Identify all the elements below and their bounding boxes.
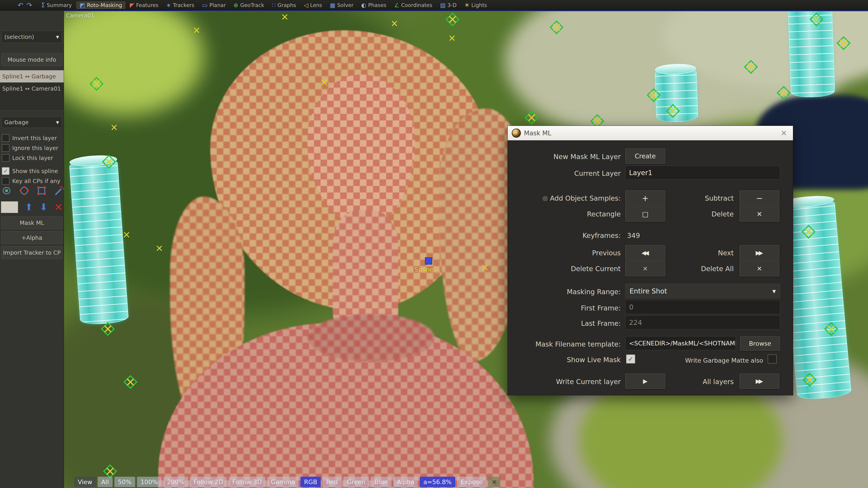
tracker-cross-marker[interactable]	[321, 79, 328, 86]
layer-color-swatch[interactable]	[1, 201, 18, 213]
viewbar-rgb[interactable]: RGB	[301, 477, 321, 487]
viewbar-blue[interactable]: Blue	[371, 477, 392, 487]
rectangle-spline-tool-icon[interactable]	[36, 185, 47, 197]
import-tracker-to-cp-button[interactable]: Import Tracker to CP	[1, 246, 62, 259]
move-up-button[interactable]: ⬆	[25, 201, 33, 213]
viewbar-all[interactable]: All	[98, 477, 112, 487]
delete-current-keyframe-button[interactable]: ✕	[625, 261, 665, 276]
subtract-button[interactable]: −	[739, 191, 779, 206]
viewbar-green[interactable]: Green	[343, 477, 369, 487]
viewbar-100-[interactable]: 100%	[137, 477, 162, 487]
tracker-cross-marker[interactable]	[281, 13, 288, 20]
spline-control-point[interactable]	[425, 257, 432, 265]
viewbar-50-[interactable]: 50%	[114, 477, 135, 487]
layer-dropdown[interactable]: Garbage ▾	[1, 117, 62, 128]
undo-icon[interactable]: ↶	[18, 1, 23, 10]
rectangle-label: Rectangle	[587, 210, 621, 218]
toolbar-item-roto-masking[interactable]: ◩Roto-Masking	[76, 2, 125, 9]
viewbar-a-56-8-[interactable]: a=56.8%	[420, 477, 455, 487]
viewbar-view[interactable]: View	[74, 477, 96, 487]
next-keyframe-button[interactable]: ▶▶	[739, 245, 779, 260]
add-samples-button[interactable]: +	[625, 191, 665, 206]
delete-all-keyframes-button[interactable]: ✕	[739, 261, 779, 276]
first-frame-input[interactable]: 0	[625, 300, 780, 314]
mouse-mode-info-button[interactable]: Mouse mode info	[1, 53, 62, 66]
tracker-cross-marker[interactable]	[482, 264, 488, 271]
-alpha-button[interactable]: +Alpha	[1, 231, 62, 244]
move-down-button[interactable]: ⬇	[39, 201, 48, 213]
viewbar-alpha[interactable]: Alpha	[393, 477, 418, 487]
mask-ml-button[interactable]: Mask ML	[1, 217, 62, 229]
viewbar-follow-3d[interactable]: Follow 3D	[228, 477, 266, 487]
tracker-cross-marker[interactable]	[193, 27, 200, 34]
viewbar-follow-2d[interactable]: Follow 2D	[190, 477, 227, 487]
browse-button[interactable]: Browse	[740, 336, 780, 351]
next-label: Next	[718, 249, 734, 257]
delete-spline-button[interactable]: ✕	[54, 201, 63, 213]
write-current-layer-button[interactable]: ▶	[625, 373, 665, 389]
tracker-cross-marker[interactable]	[391, 20, 398, 27]
toolbar-item-label: Features	[136, 2, 158, 8]
toolbar-item-lights[interactable]: ☀Lights	[461, 2, 490, 9]
redo-icon[interactable]: ↷	[26, 1, 32, 10]
toolbar-item-label: Trackers	[173, 2, 194, 8]
viewbar-expose[interactable]: Expose	[457, 477, 486, 487]
toolbar-item-label: Roto-Masking	[87, 2, 122, 8]
magic-wand-tool-icon[interactable]	[53, 185, 65, 197]
template-label: Mask Filename template:	[535, 340, 621, 348]
write-all-layers-button[interactable]: ▶▶	[739, 373, 779, 389]
template-value: <SCENEDIR>/MaskML/<SHOTNAME>_<M	[629, 340, 736, 347]
toolbar-item-features[interactable]: ◤Features	[127, 2, 162, 9]
object-samples-icon: ◎	[542, 195, 548, 201]
roto-person-icon: ◩	[80, 2, 85, 8]
spline-list-item[interactable]: Spline1 ↔ Garbage	[0, 70, 64, 83]
spline-list-item[interactable]: Spline1 ↔ Camera01	[0, 83, 64, 95]
capsule-spline-tool-icon[interactable]	[1, 185, 12, 197]
toolbar-item-geotrack[interactable]: ⊕GeoTrack	[230, 2, 268, 9]
skip-forward-icon: ▶▶	[756, 250, 763, 256]
selection-dropdown[interactable]: (selection) ▾	[1, 31, 62, 43]
toolbar-item-lens[interactable]: ◁Lens	[301, 2, 325, 9]
viewbar-gamma[interactable]: Gamma	[267, 477, 299, 487]
toolbar-item-summary[interactable]: ΣSummary	[38, 2, 75, 9]
toolbar-item-trackers[interactable]: ∗Trackers	[163, 2, 197, 9]
viewbar-red[interactable]: Red	[322, 477, 341, 487]
checkbox-ignore-this-layer[interactable]: Ignore this layer	[2, 143, 58, 153]
checkbox-show-this-spline[interactable]: ✓Show this spline	[2, 166, 58, 175]
button-label: Import Tracker to CP	[3, 250, 61, 256]
close-icon[interactable]: ✕	[779, 129, 789, 138]
toolbar-item-solver[interactable]: ▦Solver	[327, 2, 357, 9]
tracker-cross-marker[interactable]	[123, 231, 130, 238]
viewbar-200-[interactable]: 200%	[163, 477, 188, 487]
current-layer-input[interactable]: Layer1	[625, 166, 780, 180]
toolbar-item-3-d[interactable]: ▧3-D	[437, 2, 460, 9]
roto-left-panel: (selection) ▾ Mouse mode info Spline1 ↔ …	[0, 10, 64, 488]
toolbar-item-planar[interactable]: ▭Planar	[199, 2, 229, 9]
show-live-mask-label: Show Live Mask	[567, 356, 621, 364]
ellipse-spline-tool-icon[interactable]	[18, 185, 30, 197]
create-layer-button[interactable]: Create	[625, 149, 665, 164]
tracker-cross-marker[interactable]	[449, 35, 456, 41]
checkbox-label: Ignore this layer	[12, 145, 58, 151]
rectangle-sample-button[interactable]: □	[625, 206, 665, 222]
checkbox-key-all-cps-if-any[interactable]: Key all CPs if any	[2, 176, 60, 186]
tracker-cross-marker[interactable]	[156, 245, 163, 252]
toolbar-item-graphs[interactable]: ∷Graphs	[269, 2, 299, 9]
last-frame-input[interactable]: 224	[625, 315, 780, 329]
write-garbage-checkbox[interactable]	[768, 355, 777, 363]
mask-filename-template-input[interactable]: <SCENEDIR>/MaskML/<SHOTNAME>_<M	[625, 336, 736, 350]
previous-label: Previous	[592, 249, 621, 257]
previous-keyframe-button[interactable]: ◀◀	[625, 245, 665, 260]
tracker-cross-marker[interactable]	[111, 124, 118, 131]
camera-name-label: Camera01	[66, 13, 94, 19]
toolbar-item-coordinates[interactable]: ∠Coordinates	[391, 2, 435, 9]
dialog-titlebar[interactable]: Mask ML ✕	[508, 126, 793, 140]
top-toolbar: ↶ ↷ ΣSummary◩Roto-Masking◤Features∗Track…	[0, 0, 868, 11]
show-live-mask-checkbox[interactable]: ✓	[626, 355, 635, 363]
checkbox-invert-this-layer[interactable]: Invert this layer	[2, 133, 57, 142]
toolbar-item-phases[interactable]: ◐Phases	[358, 2, 390, 9]
masking-range-select[interactable]: Entire Shot ▾	[625, 284, 780, 298]
delete-sample-button[interactable]: ✕	[739, 206, 779, 222]
checkbox-lock-this-layer[interactable]: Lock this layer	[2, 153, 53, 162]
viewbar--[interactable]: ✕	[488, 477, 500, 487]
